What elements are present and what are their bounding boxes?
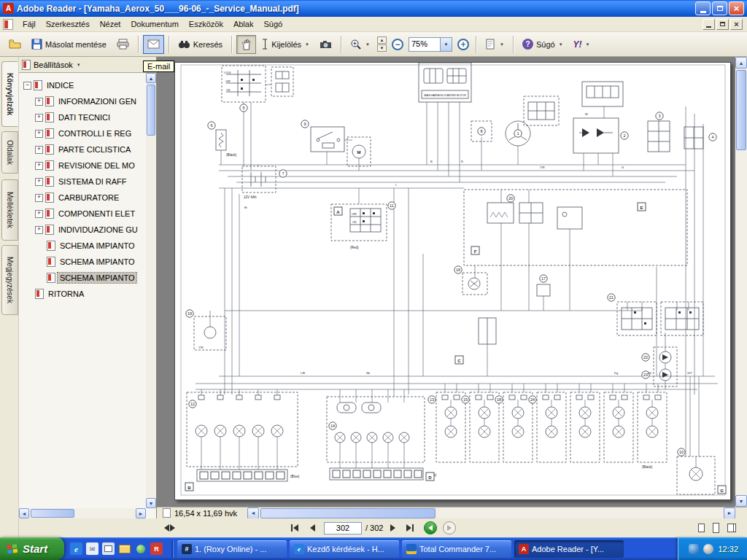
expand-icon[interactable]: + [35, 226, 43, 234]
bookmark-item[interactable]: + INFORMAZIONI GEN [19, 93, 146, 109]
expand-icon[interactable]: + [35, 130, 43, 138]
close-button[interactable]: × [729, 1, 744, 15]
menu-edit[interactable]: Szerkesztés [41, 18, 95, 30]
bookmark-item[interactable]: + PARTE CICLISTICA [19, 141, 146, 158]
bookmark-item[interactable]: SCHEMA IMPIANTO [19, 238, 146, 254]
start-button[interactable]: Start [0, 537, 64, 560]
document-vertical-scrollbar[interactable]: ▲ ▼ [735, 57, 747, 507]
scroll-up-icon[interactable]: ▲ [735, 57, 747, 69]
last-page-button[interactable] [402, 521, 418, 535]
bookmark-item[interactable]: + REVISIONE DEL MO [19, 158, 146, 174]
menu-window[interactable]: Ablak [228, 18, 259, 30]
menu-help[interactable]: Súgó [258, 18, 287, 30]
spin-up-icon[interactable]: ▲ [377, 36, 387, 44]
snapshot-button[interactable] [315, 35, 336, 54]
spin-down-icon[interactable]: ▼ [377, 44, 387, 52]
next-page-button[interactable] [384, 521, 400, 535]
bookmarks-options-button[interactable]: Beállítások ▼ [19, 57, 156, 73]
panel-vertical-scrollbar[interactable]: ▲ ▼ [146, 73, 156, 508]
scroll-right-icon[interactable]: ► [724, 508, 735, 519]
menu-tools[interactable]: Eszközök [184, 18, 228, 30]
page-number-input[interactable]: 302 [324, 522, 362, 534]
document-horizontal-scrollbar[interactable]: ◄ ► [247, 508, 735, 519]
help-button[interactable]: ? Súgó ▼ [518, 35, 568, 54]
mdi-restore-button[interactable] [716, 19, 729, 30]
show-desktop-icon[interactable] [102, 542, 115, 555]
menu-view[interactable]: Nézet [95, 18, 126, 30]
restore-button[interactable] [712, 1, 727, 15]
previous-page-button[interactable] [304, 521, 320, 535]
tab-pages[interactable]: Oldalak [1, 131, 18, 174]
scroll-up-icon[interactable]: ▲ [146, 73, 156, 83]
bookmark-item[interactable]: − INDICE [19, 77, 146, 93]
bookmark-item[interactable]: + INDIVIDUAZIONE GU [19, 222, 146, 238]
previous-view-button[interactable] [424, 521, 437, 534]
media-player-icon[interactable] [134, 542, 147, 555]
panel-horizontal-scrollbar[interactable]: ◄ ► [19, 508, 146, 518]
minimize-button[interactable] [695, 1, 711, 15]
ie-icon[interactable]: e [70, 542, 82, 555]
single-page-view-button[interactable] [694, 521, 708, 534]
combo-arrow-icon[interactable]: ▼ [441, 37, 452, 52]
antivirus-icon[interactable] [689, 544, 699, 554]
bookmark-item[interactable]: + CONTROLLI E REG [19, 125, 146, 141]
scrollbar-thumb[interactable] [31, 509, 74, 518]
open-button[interactable] [4, 35, 26, 54]
task-button-browser[interactable]: e Kezdő kérdések - H... [290, 540, 399, 558]
save-copy-button[interactable]: Másolat mentése [27, 35, 111, 54]
task-button-total-commander[interactable]: Total Commander 7... [402, 540, 511, 558]
zoom-in-button[interactable]: + [457, 39, 469, 50]
bookmark-item[interactable]: + CARBURATORE [19, 190, 146, 206]
expand-icon[interactable]: + [35, 114, 43, 122]
app-icon[interactable]: R [150, 542, 163, 555]
print-button[interactable] [112, 35, 133, 54]
select-tool-button[interactable]: Kijelölés ▼ [258, 35, 314, 54]
bookmark-item-selected[interactable]: SCHEMA IMPIANTO [19, 270, 146, 286]
scroll-left-icon[interactable]: ◄ [247, 508, 259, 519]
task-button-adobe-reader[interactable]: A Adobe Reader - [Y... [514, 540, 624, 558]
expand-icon[interactable]: + [35, 98, 43, 106]
expand-icon[interactable]: + [35, 178, 43, 186]
bookmark-item[interactable]: + DATI TECNICI [19, 109, 146, 125]
next-view-button[interactable] [443, 521, 456, 534]
bookmark-item[interactable]: + SISTEMA DI RAFF [19, 174, 146, 190]
expand-icon[interactable]: + [35, 146, 43, 154]
zoom-level-value[interactable]: 75% [409, 37, 441, 52]
volume-icon[interactable] [703, 544, 713, 554]
zoom-tool-button[interactable]: ▼ [346, 35, 374, 54]
continuous-view-button[interactable] [709, 521, 722, 534]
yahoo-button[interactable]: Y! ▼ [569, 35, 595, 54]
scrollbar-thumb[interactable] [147, 85, 155, 136]
page-layout-button[interactable]: ▼ [481, 35, 508, 54]
menu-document[interactable]: Dokumentum [125, 18, 183, 30]
document-view[interactable]: LOCK OFF ON MAIN HARNESS [157, 57, 747, 507]
zoom-out-button[interactable]: − [392, 39, 403, 50]
search-button[interactable]: Keresés [174, 35, 227, 54]
expand-icon[interactable]: + [35, 210, 43, 218]
zoom-spinner[interactable]: ▲▼ [377, 36, 387, 52]
mail-icon[interactable]: ✉ [86, 542, 98, 555]
mdi-close-button[interactable]: × [730, 19, 743, 30]
expand-icon[interactable]: + [35, 162, 43, 170]
tab-attachments[interactable]: Mellékletek [1, 179, 18, 241]
hand-tool-button[interactable] [236, 35, 256, 54]
pdf-document-icon[interactable] [3, 19, 13, 30]
collapse-icon[interactable]: − [23, 82, 31, 90]
task-button-roxy[interactable]: # 1. (Roxy Online) - ... [177, 540, 287, 558]
bookmark-item[interactable]: RITORNA [19, 286, 146, 302]
scroll-down-icon[interactable]: ▼ [146, 498, 156, 508]
tab-bookmarks[interactable]: Könyvjelzők [1, 61, 18, 127]
bookmark-item[interactable]: + COMPONENTI ELET [19, 206, 146, 222]
tab-comments[interactable]: Megjegyzések [1, 245, 18, 315]
zoom-level-combo[interactable]: 75% ▼ [409, 37, 452, 52]
first-page-button[interactable] [287, 521, 303, 535]
scroll-down-icon[interactable]: ▼ [735, 495, 747, 507]
scrollbar-thumb[interactable] [260, 508, 436, 518]
expand-icon[interactable]: + [35, 194, 43, 202]
mdi-minimize-button[interactable] [703, 19, 715, 30]
scroll-right-icon[interactable]: ► [136, 508, 146, 518]
panel-splitter-toggle[interactable] [161, 521, 177, 535]
menu-file[interactable]: Fájl [18, 18, 41, 30]
folder-icon[interactable] [118, 542, 131, 555]
email-button[interactable] [143, 35, 164, 54]
